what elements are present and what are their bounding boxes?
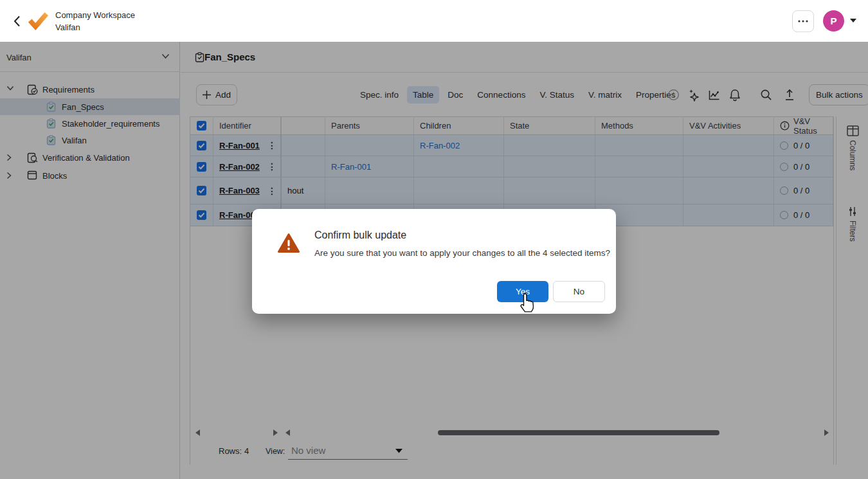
workspace-title: Company Workspace Valifan — [55, 9, 135, 33]
app-root: Company Workspace Valifan P Valifan Requ… — [0, 0, 868, 479]
more-horizontal-icon — [798, 20, 808, 23]
avatar-initial: P — [830, 15, 836, 26]
back-button[interactable] — [9, 14, 24, 29]
caret-down-icon — [850, 19, 856, 23]
user-menu-caret[interactable] — [850, 19, 856, 23]
chevron-left-icon — [14, 15, 21, 27]
valispace-logo-icon — [27, 11, 49, 30]
no-button[interactable]: No — [553, 281, 605, 302]
yes-button[interactable]: Yes — [497, 281, 548, 302]
more-actions-button[interactable] — [792, 10, 814, 32]
project-name: Valifan — [55, 21, 135, 33]
dialog-message: Are you sure that you want to apply your… — [314, 248, 610, 258]
dialog-title: Confirm bulk update — [314, 230, 406, 241]
warning-icon — [278, 233, 300, 253]
user-avatar[interactable]: P — [823, 10, 844, 32]
top-bar: Company Workspace Valifan P — [0, 0, 868, 42]
workspace-name: Company Workspace — [55, 9, 135, 21]
